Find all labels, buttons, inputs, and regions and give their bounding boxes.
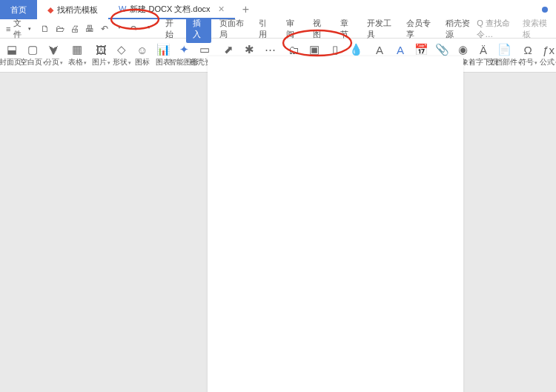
ribbon-label: 图片▾ xyxy=(92,57,110,67)
command-search[interactable]: Q 查找命令… xyxy=(477,18,518,40)
ribbon-公式[interactable]: ƒx公式▾ xyxy=(538,41,556,69)
ribbon-label: 图标 xyxy=(135,57,150,67)
status-dot xyxy=(542,7,548,13)
智能图形-icon: ✦ xyxy=(179,43,189,56)
在线脑图-icon: ✱ xyxy=(245,43,254,56)
附件-icon: 📎 xyxy=(435,43,449,56)
ribbon-分页[interactable]: ⮟分页▾ xyxy=(43,41,64,69)
title-bar-right xyxy=(542,7,556,13)
document-page-1[interactable] xyxy=(208,56,463,392)
tab-template[interactable]: ◆ 找稻壳模板 xyxy=(37,0,108,19)
ribbon-label: 空白页▾ xyxy=(20,57,46,67)
艺术字-icon: A xyxy=(397,43,404,56)
menu-tab-会员专享[interactable]: 会员专享 xyxy=(400,15,437,43)
水印-icon: 💧 xyxy=(349,43,363,56)
qa-dropdown[interactable]: ▾ xyxy=(142,24,156,34)
ribbon-图片[interactable]: 🖼图片▾ xyxy=(90,41,111,69)
表格-icon: ▦ xyxy=(72,43,82,56)
ribbon-空白页[interactable]: ▢空白页▾ xyxy=(22,41,43,69)
tab-document[interactable]: W 新建 DOCX 文档.docx × xyxy=(108,0,235,19)
文档部件-icon: 📄 xyxy=(497,43,512,56)
ribbon-label: 表格▾ xyxy=(68,57,87,67)
首字下沉-icon: Ä xyxy=(480,43,487,56)
template-icon: ◆ xyxy=(47,5,53,15)
ribbon-形状[interactable]: ◇形状▾ xyxy=(111,41,132,69)
公式-icon: ƒx xyxy=(543,43,555,56)
tab-add[interactable]: + xyxy=(235,0,257,19)
ribbon-label: 公式▾ xyxy=(540,57,557,67)
图标-icon: ☺ xyxy=(136,43,148,56)
页眉页脚-icon: ▣ xyxy=(309,43,320,56)
quick-access: 🗋🗁🖨🖶↶▾↷▾ xyxy=(39,24,156,34)
hamburger-icon: ≡ xyxy=(6,24,10,33)
menu-bar: ≡ 文件 ▾ 🗋🗁🖨🖶↶▾↷▾ 开始插入页面布局引用审阅视图章节开发工具会员专享… xyxy=(0,19,556,39)
word-icon: W xyxy=(119,4,126,13)
分页-icon: ⮟ xyxy=(48,43,59,56)
menu-file-label: 文件 xyxy=(13,18,25,40)
ribbon-符号[interactable]: Ω符号▾ xyxy=(517,41,538,69)
封面页-icon: ⬓ xyxy=(7,43,17,56)
图表-icon: 📊 xyxy=(156,43,171,56)
menu-tab-审阅[interactable]: 审阅 xyxy=(279,15,305,43)
search-input[interactable]: 搜索模板 xyxy=(523,18,550,40)
qa-button-5[interactable]: ↷ xyxy=(128,24,141,34)
形状-icon: ◇ xyxy=(117,43,126,56)
menu-tab-开发工具[interactable]: 开发工具 xyxy=(360,15,398,43)
图片-icon: 🖼 xyxy=(96,43,107,56)
tab-template-label: 找稻壳模板 xyxy=(57,4,98,16)
文本框-icon: A xyxy=(376,43,383,56)
ribbon-图标[interactable]: ☺图标 xyxy=(132,41,153,69)
ribbon-文档部件[interactable]: 📄文档部件▾ xyxy=(494,41,514,69)
ribbon-label: 符号▾ xyxy=(519,57,537,67)
ribbon-label: 分页▾ xyxy=(44,57,63,67)
ribbon-label: 文档部件▾ xyxy=(488,57,521,67)
qa-dropdown[interactable]: ▾ xyxy=(113,24,126,34)
ribbon-label: 形状▾ xyxy=(113,57,131,67)
空白页-icon: ▢ xyxy=(27,43,38,56)
稻壳资源-icon: ▭ xyxy=(199,43,210,56)
qa-button-1[interactable]: 🗁 xyxy=(53,24,67,34)
对象-icon: ◉ xyxy=(458,43,468,56)
menu-file[interactable]: ≡ 文件 ▾ xyxy=(0,18,37,40)
批注-icon: 🗂 xyxy=(288,43,299,56)
tab-document-label: 新建 DOCX 文档.docx xyxy=(130,4,210,15)
menu-tab-章节[interactable]: 章节 xyxy=(334,15,359,43)
tab-close-icon[interactable]: × xyxy=(219,3,225,15)
document-canvas[interactable] xyxy=(0,73,556,392)
符号-icon: Ω xyxy=(523,43,532,56)
ribbon-label: 图表 xyxy=(156,57,171,67)
menu-tab-视图[interactable]: 视图 xyxy=(306,15,331,43)
qa-button-3[interactable]: 🖶 xyxy=(83,24,96,34)
qa-button-0[interactable]: 🗋 xyxy=(39,24,52,34)
tab-home-label: 首页 xyxy=(10,4,27,16)
更多-icon: ⋯ xyxy=(265,43,276,56)
在线流程图-icon: ⬈ xyxy=(224,43,234,56)
qa-button-2[interactable]: 🖨 xyxy=(68,24,82,34)
menu-tab-稻壳资源[interactable]: 稻壳资源 xyxy=(439,15,477,43)
ribbon-表格[interactable]: ▦表格▾ xyxy=(67,41,87,69)
qa-button-4[interactable]: ↶ xyxy=(98,24,111,34)
页码-icon: ▯ xyxy=(332,43,338,56)
日期-icon: 📅 xyxy=(414,43,428,56)
chevron-down-icon: ▾ xyxy=(28,26,31,32)
search-area: Q 查找命令… 搜索模板 xyxy=(477,18,556,40)
tab-home[interactable]: 首页 xyxy=(0,0,37,19)
